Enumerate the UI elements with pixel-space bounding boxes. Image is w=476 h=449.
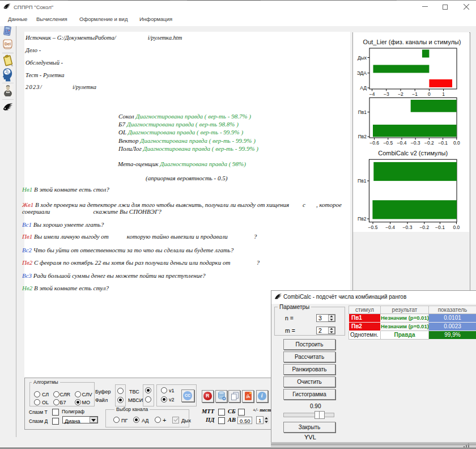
svg-text:−0.2: −0.2 xyxy=(419,224,429,230)
svg-text:Дых: Дых xyxy=(358,55,367,61)
svg-text:−0.3: −0.3 xyxy=(411,140,420,146)
svg-text:−0.4: −0.4 xyxy=(385,224,395,230)
svg-text:АД: АД xyxy=(360,85,367,91)
svg-text:−1: −1 xyxy=(412,91,418,97)
svg-text:CombiCalc v2 (стимулы): CombiCalc v2 (стимулы) xyxy=(378,150,448,156)
svg-text:−0.4: −0.4 xyxy=(397,140,407,146)
svg-text:−4: −4 xyxy=(369,91,375,97)
svg-text:−3: −3 xyxy=(384,91,389,97)
svg-text:−0.5: −0.5 xyxy=(368,224,378,230)
svg-text:−0.3: −0.3 xyxy=(403,224,413,230)
svg-text:−0.1: −0.1 xyxy=(435,224,445,230)
svg-text:−0.2: −0.2 xyxy=(424,140,434,146)
svg-text:Пв1: Пв1 xyxy=(358,178,367,184)
svg-text:Пв2: Пв2 xyxy=(358,216,367,222)
svg-text:1: 1 xyxy=(442,91,445,97)
svg-text:−2: −2 xyxy=(398,91,403,97)
svg-text:0.0: 0.0 xyxy=(453,224,460,230)
svg-text:Пв1: Пв1 xyxy=(358,109,367,115)
svg-text:0: 0 xyxy=(428,91,431,97)
svg-text:Пв2: Пв2 xyxy=(358,134,367,139)
svg-text:Out_Lier (физ. каналы и стимул: Out_Lier (физ. каналы и стимулы) xyxy=(363,39,461,45)
svg-text:0.0: 0.0 xyxy=(453,140,460,146)
svg-text:−0.5: −0.5 xyxy=(383,140,393,146)
svg-text:−0.1: −0.1 xyxy=(438,140,448,146)
svg-text:ЭДА: ЭДА xyxy=(357,70,367,76)
svg-text:−0.6: −0.6 xyxy=(369,140,379,146)
